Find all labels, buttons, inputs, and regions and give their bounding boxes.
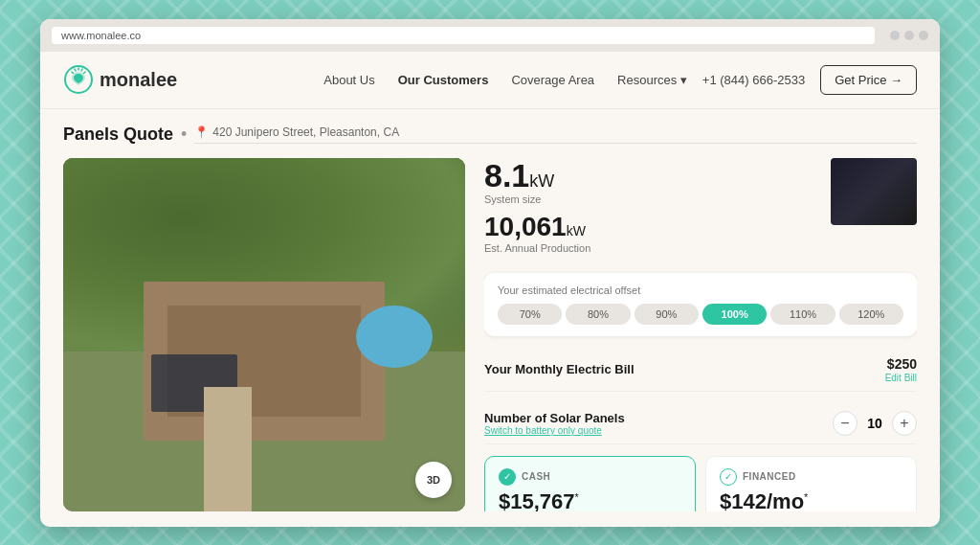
offset-btn-100[interactable]: 100% xyxy=(702,304,767,325)
battery-only-link[interactable]: Switch to battery only quote xyxy=(484,425,625,436)
bill-value: $250 xyxy=(887,356,917,372)
nav-links: About Us Our Customers Coverage Area Res… xyxy=(323,71,687,88)
map-driveway xyxy=(204,387,252,511)
panels-increment-button[interactable]: + xyxy=(892,411,917,436)
nav-link-about[interactable]: About Us xyxy=(323,73,374,87)
nav-link-resources[interactable]: Resources ▾ xyxy=(617,73,687,87)
map-3d-button[interactable]: 3D xyxy=(415,462,452,498)
system-info-row: 8.1kW System size 10,061kW Est. Annual P… xyxy=(484,158,917,261)
panels-left: Number of Solar Panels Switch to battery… xyxy=(484,411,625,436)
page-title: Panels Quote xyxy=(63,125,173,145)
map-column: 3D xyxy=(63,158,465,511)
production-number: 10,061 xyxy=(484,212,567,241)
nav-phone: +1 (844) 666-2533 xyxy=(702,73,805,87)
price-cards: ✓ CASH $15,767* ✓ FINANCED xyxy=(484,456,917,511)
financed-unit: /mo xyxy=(767,489,804,511)
nav-item-resources[interactable]: Resources ▾ xyxy=(617,71,687,88)
svg-line-3 xyxy=(75,69,76,71)
browser-dot-2 xyxy=(904,31,914,40)
bill-label: Your Monthly Electric Bill xyxy=(484,362,635,376)
production-unit: kW xyxy=(567,223,586,238)
browser-dots xyxy=(890,31,928,40)
system-size-value: 8.1kW xyxy=(484,158,819,193)
financed-type-label: FINANCED xyxy=(743,471,796,482)
pin-icon: 📍 xyxy=(194,125,209,139)
system-stats: 8.1kW System size 10,061kW Est. Annual P… xyxy=(484,158,819,261)
cash-check-icon: ✓ xyxy=(499,468,516,486)
financed-asterisk: * xyxy=(804,490,808,502)
cash-amount-value: $15,767 xyxy=(499,489,575,511)
logo-icon xyxy=(63,64,94,95)
nav-link-coverage[interactable]: Coverage Area xyxy=(511,73,594,87)
cash-card-header: ✓ CASH xyxy=(499,468,681,486)
page-title-row: Panels Quote • 📍 420 Junipero Street, Pl… xyxy=(63,125,917,145)
map-background xyxy=(63,158,465,511)
cash-price-amount: $15,767* xyxy=(499,489,681,511)
financed-card-header: ✓ FINANCED xyxy=(720,468,902,486)
svg-line-2 xyxy=(81,69,82,71)
offset-btn-80[interactable]: 80% xyxy=(566,304,630,325)
offset-label: Your estimated electrical offset xyxy=(498,284,903,296)
address-row: 📍 420 Junipero Street, Pleasanton, CA xyxy=(194,125,917,144)
offset-btn-90[interactable]: 90% xyxy=(635,304,699,325)
navbar: monalee About Us Our Customers Coverage … xyxy=(40,52,940,109)
panels-stepper: − 10 + xyxy=(833,411,917,436)
map-pool xyxy=(356,306,433,368)
page-content: monalee About Us Our Customers Coverage … xyxy=(40,52,940,527)
system-size-label: System size xyxy=(484,193,819,205)
browser-dot-3 xyxy=(919,31,928,40)
get-price-button[interactable]: Get Price → xyxy=(820,65,917,95)
production-label: Est. Annual Production xyxy=(484,242,819,254)
browser-window: monalee About Us Our Customers Coverage … xyxy=(40,19,940,527)
size-unit: kW xyxy=(529,171,554,191)
nav-item-coverage[interactable]: Coverage Area xyxy=(511,71,594,88)
cash-price-card[interactable]: ✓ CASH $15,767* xyxy=(484,456,696,511)
size-number: 8.1 xyxy=(484,158,529,193)
nav-item-customers[interactable]: Our Customers xyxy=(398,71,489,88)
logo[interactable]: monalee xyxy=(63,64,177,95)
bill-row: Your Monthly Electric Bill $250 Edit Bil… xyxy=(484,348,917,392)
browser-chrome xyxy=(40,19,940,52)
offset-btn-110[interactable]: 110% xyxy=(770,304,835,325)
cash-asterisk: * xyxy=(575,490,579,502)
svg-line-4 xyxy=(84,72,86,74)
logo-text: monalee xyxy=(100,69,177,91)
address-text: 420 Junipero Street, Pleasanton, CA xyxy=(212,125,399,139)
nav-item-about[interactable]: About Us xyxy=(323,71,374,88)
content-columns: 3D 8.1kW System size 10,061kW xyxy=(63,158,917,511)
financed-price-card[interactable]: ✓ FINANCED $142/mo* xyxy=(705,456,917,511)
offset-buttons: 70% 80% 90% 100% 110% 120% xyxy=(498,304,903,325)
offset-card: Your estimated electrical offset 70% 80%… xyxy=(484,273,917,336)
url-bar[interactable] xyxy=(52,27,875,44)
offset-btn-120[interactable]: 120% xyxy=(839,304,903,325)
panels-row: Number of Solar Panels Switch to battery… xyxy=(484,403,917,444)
financed-price-amount: $142/mo* xyxy=(720,489,902,511)
bill-value-group: $250 Edit Bill xyxy=(885,355,917,383)
panels-label: Number of Solar Panels xyxy=(484,411,625,425)
financed-check-icon: ✓ xyxy=(720,468,737,486)
panels-decrement-button[interactable]: − xyxy=(833,411,858,436)
nav-link-customers[interactable]: Our Customers xyxy=(398,73,489,87)
panels-count: 10 xyxy=(865,416,884,431)
svg-line-5 xyxy=(72,72,74,74)
browser-dot-1 xyxy=(890,31,900,40)
panel-thumbnail xyxy=(831,158,917,225)
bill-edit-link[interactable]: Edit Bill xyxy=(885,373,917,383)
production-value: 10,061kW xyxy=(484,213,819,242)
title-divider: • xyxy=(181,125,187,145)
quote-column: 8.1kW System size 10,061kW Est. Annual P… xyxy=(484,158,917,511)
offset-btn-70[interactable]: 70% xyxy=(498,304,562,325)
financed-amount-value: $142 xyxy=(720,489,767,511)
main-area: Panels Quote • 📍 420 Junipero Street, Pl… xyxy=(40,109,940,527)
cash-type-label: CASH xyxy=(522,471,550,482)
